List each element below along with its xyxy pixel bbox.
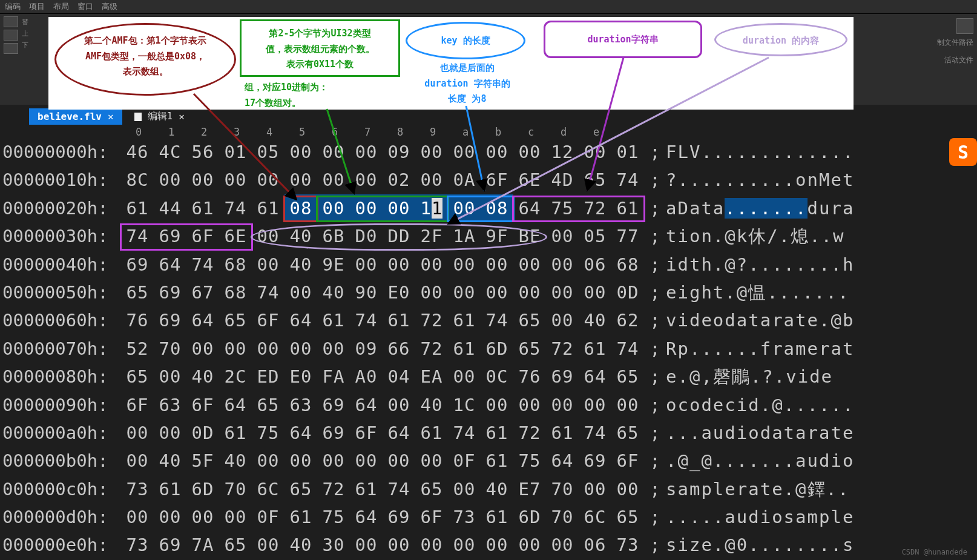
hex-byte[interactable]: 69 — [154, 278, 186, 306]
toolbar-icon[interactable] — [4, 16, 18, 27]
hex-byte[interactable]: 90 — [350, 278, 383, 306]
hex-byte[interactable]: 68 — [219, 251, 252, 278]
hex-byte[interactable]: 40 — [186, 363, 219, 390]
hex-byte[interactable]: 61 — [252, 194, 285, 222]
hex-byte[interactable]: 64 — [350, 391, 383, 419]
menu-item[interactable]: 高级 — [102, 1, 117, 12]
hex-byte[interactable]: 4C — [154, 138, 186, 166]
hex-byte[interactable]: 00 — [579, 278, 611, 306]
hex-byte[interactable]: 00 — [546, 251, 579, 278]
hex-byte[interactable]: 66 — [383, 335, 415, 363]
hex-byte[interactable]: 9E — [317, 251, 350, 278]
menu-item[interactable]: 项目 — [29, 1, 45, 12]
hex-byte[interactable]: 08 — [481, 194, 513, 222]
hex-byte[interactable]: 00 — [383, 391, 415, 419]
hex-byte[interactable]: E7 — [513, 475, 546, 503]
hex-byte[interactable]: 00 — [350, 138, 383, 166]
hex-byte[interactable]: 64 — [285, 306, 317, 334]
hex-byte[interactable]: 00 — [121, 447, 154, 475]
hex-byte[interactable]: 64 — [579, 363, 611, 390]
hex-byte[interactable]: 40 — [481, 475, 513, 503]
hex-byte[interactable]: 00 — [350, 531, 383, 559]
hex-byte[interactable]: 72 — [317, 475, 350, 503]
hex-byte[interactable]: 00 — [579, 138, 611, 166]
menu-item[interactable]: 布局 — [53, 1, 69, 12]
hex-byte[interactable]: 76 — [513, 363, 546, 390]
hex-byte[interactable]: 72 — [546, 335, 579, 363]
tab-believe-flv[interactable]: believe.flv ✕ — [29, 108, 122, 125]
hex-byte[interactable]: 73 — [121, 475, 154, 503]
hex-byte[interactable]: 76 — [121, 306, 154, 334]
hex-byte[interactable]: 5F — [186, 447, 219, 475]
hex-byte[interactable]: 69 — [154, 306, 186, 334]
hex-byte[interactable]: 00 — [154, 419, 186, 447]
hex-byte[interactable]: 00 — [350, 194, 383, 222]
hex-byte[interactable]: 00 — [448, 251, 481, 278]
hex-byte[interactable]: 74 — [579, 419, 611, 447]
hex-byte[interactable]: 75 — [317, 503, 350, 531]
close-icon[interactable]: ✕ — [179, 111, 185, 122]
hex-byte[interactable]: 00 — [415, 531, 448, 559]
hex-byte[interactable]: 65 — [219, 306, 252, 334]
hex-byte[interactable]: 00 — [579, 475, 611, 503]
hex-byte[interactable]: 69 — [579, 447, 611, 475]
hex-byte[interactable]: 6B — [317, 222, 350, 250]
hex-byte[interactable]: 0A — [448, 166, 481, 194]
hex-byte[interactable]: 00 — [513, 278, 546, 306]
hex-byte[interactable]: 73 — [121, 531, 154, 559]
hex-byte[interactable]: 8C — [121, 166, 154, 194]
hex-byte[interactable]: 61 — [546, 419, 579, 447]
hex-byte[interactable]: 06 — [579, 251, 611, 278]
hex-byte[interactable]: 6D — [513, 503, 546, 531]
hex-byte[interactable]: 0D — [611, 278, 644, 306]
hex-byte[interactable]: 00 — [219, 166, 252, 194]
hex-byte[interactable]: 75 — [546, 194, 579, 222]
hex-byte[interactable]: 69 — [317, 391, 350, 419]
hex-byte[interactable]: 00 — [415, 447, 448, 475]
hex-byte[interactable]: 72 — [415, 306, 448, 334]
hex-byte[interactable]: 65 — [415, 475, 448, 503]
hex-byte[interactable]: 00 — [481, 391, 513, 419]
hex-byte[interactable]: 40 — [579, 306, 611, 334]
hex-byte[interactable]: 11 — [415, 194, 448, 222]
hex-byte[interactable]: 70 — [219, 475, 252, 503]
hex-byte[interactable]: 6D — [481, 335, 513, 363]
hex-byte[interactable]: 00 — [285, 335, 317, 363]
hex-byte[interactable]: E0 — [285, 363, 317, 390]
hex-byte[interactable]: 00 — [252, 335, 285, 363]
hex-byte[interactable]: 6D — [186, 475, 219, 503]
hex-byte[interactable]: 40 — [154, 447, 186, 475]
hex-byte[interactable]: 61 — [481, 503, 513, 531]
hex-byte[interactable]: 2C — [219, 363, 252, 390]
hex-byte[interactable]: 46 — [121, 138, 154, 166]
hex-byte[interactable]: 6F — [481, 166, 513, 194]
hex-byte[interactable]: 62 — [611, 306, 644, 334]
hex-byte[interactable]: 00 — [448, 194, 481, 222]
hex-byte[interactable]: 00 — [546, 278, 579, 306]
hex-byte[interactable]: 00 — [252, 447, 285, 475]
hex-byte[interactable]: 00 — [415, 166, 448, 194]
hex-byte[interactable]: 00 — [383, 194, 415, 222]
hex-byte[interactable]: 00 — [219, 503, 252, 531]
hex-byte[interactable]: 74 — [481, 306, 513, 334]
hex-byte[interactable]: 0F — [252, 503, 285, 531]
hex-byte[interactable]: 65 — [513, 306, 546, 334]
hex-byte[interactable]: 64 — [186, 306, 219, 334]
hex-byte[interactable]: 65 — [513, 335, 546, 363]
hex-byte[interactable]: 69 — [154, 222, 186, 250]
hex-byte[interactable]: 70 — [546, 503, 579, 531]
hex-byte[interactable]: 65 — [285, 475, 317, 503]
hex-byte[interactable]: 00 — [546, 222, 579, 250]
hex-byte[interactable]: 00 — [481, 278, 513, 306]
hex-byte[interactable]: 64 — [383, 419, 415, 447]
hex-byte[interactable]: 6F — [121, 391, 154, 419]
hex-byte[interactable]: 6F — [611, 447, 644, 475]
hex-byte[interactable]: 00 — [121, 503, 154, 531]
hex-byte[interactable]: 00 — [219, 335, 252, 363]
hex-byte[interactable]: 12 — [546, 138, 579, 166]
hex-byte[interactable]: 00 — [481, 138, 513, 166]
hex-byte[interactable]: 67 — [186, 278, 219, 306]
hex-byte[interactable]: 74 — [121, 222, 154, 250]
hex-byte[interactable]: EA — [415, 363, 448, 390]
hex-byte[interactable]: 00 — [252, 531, 285, 559]
